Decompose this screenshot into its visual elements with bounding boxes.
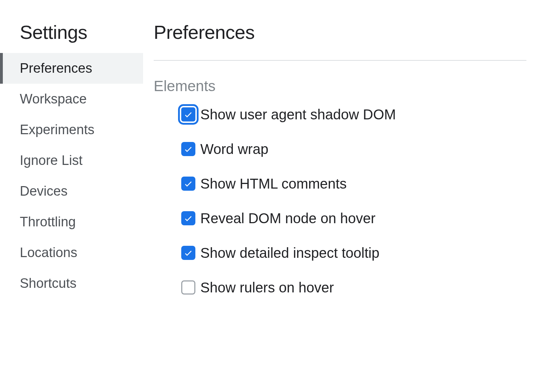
sidebar-item-label: Devices bbox=[20, 184, 67, 198]
option-show-html-comments[interactable]: Show HTML comments bbox=[181, 177, 526, 191]
option-show-rulers-on-hover[interactable]: Show rulers on hover bbox=[181, 280, 526, 295]
sidebar-item-label: Shortcuts bbox=[20, 276, 77, 291]
sidebar-item-label: Throttling bbox=[20, 214, 76, 229]
sidebar-item-label: Preferences bbox=[20, 61, 92, 76]
option-show-user-agent-shadow-dom[interactable]: Show user agent shadow DOM bbox=[181, 107, 526, 121]
sidebar-item-workspace[interactable]: Workspace bbox=[0, 84, 143, 114]
elements-options: Show user agent shadow DOM Word wrap Sho… bbox=[154, 107, 526, 295]
section-title-elements: Elements bbox=[154, 78, 526, 95]
sidebar-item-locations[interactable]: Locations bbox=[0, 237, 143, 268]
checkbox-show-rulers-on-hover[interactable] bbox=[181, 280, 195, 295]
main-content: Preferences Elements Show user agent sha… bbox=[143, 21, 537, 392]
sidebar-item-devices[interactable]: Devices bbox=[0, 176, 143, 207]
option-word-wrap[interactable]: Word wrap bbox=[181, 142, 526, 156]
checkbox-show-html-comments[interactable] bbox=[181, 177, 195, 191]
option-label: Show HTML comments bbox=[200, 177, 347, 191]
sidebar-item-preferences[interactable]: Preferences bbox=[0, 53, 143, 84]
page-title: Preferences bbox=[154, 21, 526, 61]
option-label: Word wrap bbox=[200, 142, 268, 156]
check-icon bbox=[183, 109, 193, 119]
option-show-detailed-inspect-tooltip[interactable]: Show detailed inspect tooltip bbox=[181, 246, 526, 260]
sidebar-item-throttling[interactable]: Throttling bbox=[0, 207, 143, 237]
checkbox-word-wrap[interactable] bbox=[181, 142, 195, 156]
check-icon bbox=[183, 144, 193, 154]
sidebar-item-label: Locations bbox=[20, 245, 77, 260]
option-label: Show user agent shadow DOM bbox=[200, 107, 396, 121]
checkbox-show-user-agent-shadow-dom[interactable] bbox=[181, 107, 195, 121]
sidebar-title: Settings bbox=[0, 21, 143, 53]
option-label: Reveal DOM node on hover bbox=[200, 211, 376, 225]
sidebar-item-ignore-list[interactable]: Ignore List bbox=[0, 145, 143, 176]
option-reveal-dom-node-on-hover[interactable]: Reveal DOM node on hover bbox=[181, 211, 526, 225]
sidebar-item-experiments[interactable]: Experiments bbox=[0, 114, 143, 145]
sidebar-item-label: Experiments bbox=[20, 122, 94, 137]
sidebar-item-label: Ignore List bbox=[20, 153, 82, 168]
sidebar-item-label: Workspace bbox=[20, 91, 87, 106]
check-icon bbox=[183, 248, 193, 258]
checkbox-reveal-dom-node-on-hover[interactable] bbox=[181, 211, 195, 225]
check-icon bbox=[183, 213, 193, 223]
option-label: Show rulers on hover bbox=[200, 280, 334, 295]
option-label: Show detailed inspect tooltip bbox=[200, 246, 379, 260]
check-icon bbox=[183, 179, 193, 189]
sidebar-items: Preferences Workspace Experiments Ignore… bbox=[0, 53, 143, 299]
settings-sidebar: Settings Preferences Workspace Experimen… bbox=[0, 21, 143, 392]
checkbox-show-detailed-inspect-tooltip[interactable] bbox=[181, 246, 195, 260]
sidebar-item-shortcuts[interactable]: Shortcuts bbox=[0, 268, 143, 299]
